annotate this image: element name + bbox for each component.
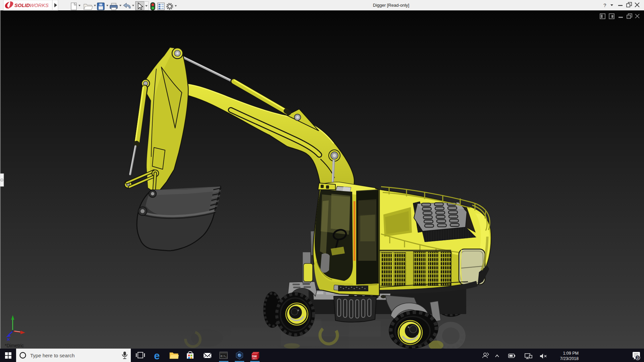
svg-text:SOLID: SOLID bbox=[14, 2, 30, 8]
svg-text:2017: 2017 bbox=[253, 358, 257, 360]
svg-text:Type here to search: Type here to search bbox=[30, 353, 75, 358]
svg-text:e: e bbox=[154, 350, 160, 362]
svg-text:*Dimetric: *Dimetric bbox=[5, 343, 24, 348]
svg-text:WORKS: WORKS bbox=[30, 2, 49, 8]
svg-text:?: ? bbox=[603, 2, 606, 8]
svg-text:C:\_: C:\_ bbox=[221, 355, 227, 358]
svg-text:1:09 PM: 1:09 PM bbox=[563, 351, 579, 356]
svg-text:3: 3 bbox=[637, 356, 639, 360]
svg-text:Digger [Read-only]: Digger [Read-only] bbox=[373, 3, 409, 8]
svg-text:7/23/2018: 7/23/2018 bbox=[560, 356, 579, 361]
